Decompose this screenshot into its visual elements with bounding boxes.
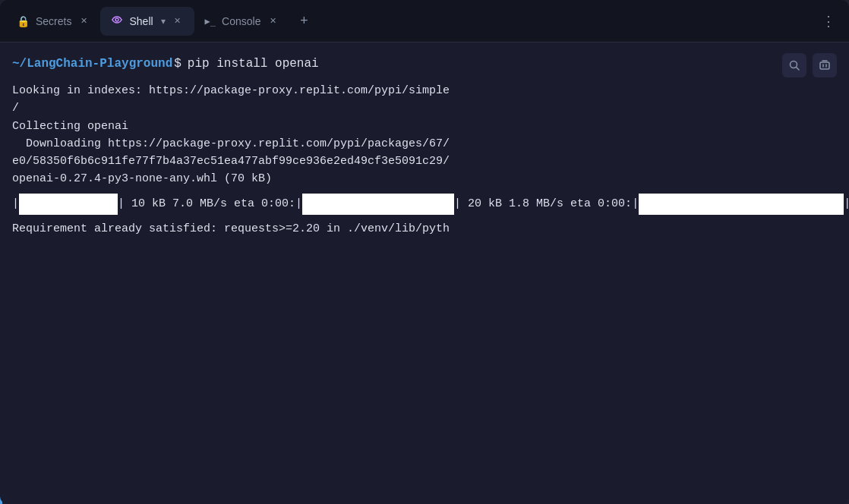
lock-icon: 🔒 xyxy=(17,15,30,27)
progress-row: || 30 kB 2.6 MB/s eta 0:00: xyxy=(632,191,849,217)
terminal-output: Looking in indexes: https://package-prox… xyxy=(12,82,837,188)
main-window: 🔒 Secrets ✕ Shell ▾ ✕ ▶_ Console ✕ xyxy=(0,0,849,504)
search-button[interactable] xyxy=(782,53,806,77)
bar-pipe: | xyxy=(12,197,19,210)
tab-secrets[interactable]: 🔒 Secrets ✕ xyxy=(6,7,100,36)
output-line: / xyxy=(12,99,837,117)
chevron-down-icon[interactable]: ▾ xyxy=(161,16,166,27)
svg-rect-3 xyxy=(820,62,829,69)
tab-console[interactable]: ▶_ Console ✕ xyxy=(194,7,290,36)
tab-console-label: Console xyxy=(222,15,260,27)
progress-stats: | 10 kB 7.0 MB/s eta 0:00: xyxy=(118,197,295,210)
clear-button[interactable] xyxy=(813,53,837,77)
tab-shell-close[interactable]: ✕ xyxy=(172,15,184,27)
output-line: Looking in indexes: https://package-prox… xyxy=(12,82,837,99)
bar-fill xyxy=(19,194,118,215)
prompt-path: ~/LangChain-Playground xyxy=(12,55,172,73)
command-line: ~/LangChain-Playground $ pip install ope… xyxy=(12,55,837,73)
tab-bar: 🔒 Secrets ✕ Shell ▾ ✕ ▶_ Console ✕ xyxy=(0,0,849,43)
progress-stats: | 20 kB 1.8 MB/s eta 0:00: xyxy=(454,197,632,210)
svg-point-0 xyxy=(115,18,118,21)
output-line: Collecting openai xyxy=(12,118,837,135)
progress-stats: | 30 kB 2.6 MB/s eta 0:00: xyxy=(844,197,849,210)
bar-fill xyxy=(639,194,844,215)
command-text: pip install openai xyxy=(188,55,319,73)
bottom-line: Requirement already satisfied: requests>… xyxy=(12,220,837,238)
tab-shell[interactable]: Shell ▾ ✕ xyxy=(100,7,194,36)
output-line: Downloading https://package-proxy.replit… xyxy=(12,135,837,153)
bar-pipe: | xyxy=(295,197,302,210)
svg-line-2 xyxy=(797,68,800,71)
console-icon: ▶_ xyxy=(205,16,216,27)
progress-row: || 10 kB 7.0 MB/s eta 0:00: xyxy=(12,191,295,217)
tab-secrets-close[interactable]: ✕ xyxy=(77,15,90,27)
tab-shell-label: Shell xyxy=(129,15,153,27)
output-line: openai-0.27.4-py3-none-any.whl (70 kB) xyxy=(12,170,837,187)
terminal-toolbar xyxy=(782,53,837,77)
progress-row: || 20 kB 1.8 MB/s eta 0:00: xyxy=(295,191,632,217)
tab-console-close[interactable]: ✕ xyxy=(267,15,279,27)
bottom-output: Requirement already satisfied: requests>… xyxy=(12,220,837,238)
more-options-button[interactable]: ⋮ xyxy=(817,10,840,33)
add-tab-button[interactable]: + xyxy=(292,10,315,33)
output-line: e0/58350f6b6c911fe77f7b4a37ec51ea477abf9… xyxy=(12,153,837,170)
progress-container: || 10 kB 7.0 MB/s eta 0:00:|| 20 kB 1.8 … xyxy=(12,191,837,217)
terminal-area: ~/LangChain-Playground $ pip install ope… xyxy=(0,43,849,504)
prompt-symbol: $ xyxy=(174,55,181,73)
tab-secrets-label: Secrets xyxy=(36,15,71,27)
shell-icon xyxy=(111,14,123,28)
bar-pipe: | xyxy=(632,197,639,210)
bar-fill xyxy=(302,194,454,215)
